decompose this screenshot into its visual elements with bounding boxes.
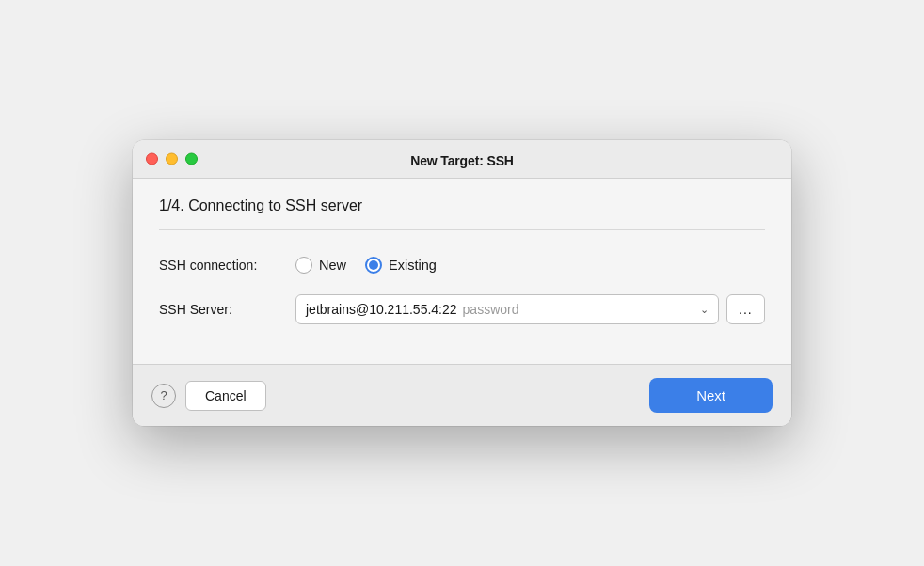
server-row: jetbrains@10.211.55.4:22 password ⌄ ... (295, 294, 765, 324)
window-title: New Target: SSH (410, 153, 514, 168)
next-button[interactable]: Next (649, 378, 773, 413)
server-dropdown[interactable]: jetbrains@10.211.55.4:22 password ⌄ (295, 294, 719, 324)
radio-new-indicator (295, 257, 312, 274)
dialog-content: 1/4. Connecting to SSH server SSH connec… (133, 179, 791, 364)
ssh-connection-label: SSH connection: (159, 258, 295, 273)
minimize-button[interactable] (166, 153, 178, 165)
server-value: jetbrains@10.211.55.4:22 (306, 302, 457, 317)
cancel-button[interactable]: Cancel (185, 381, 266, 411)
help-button[interactable]: ? (151, 384, 176, 408)
chevron-down-icon: ⌄ (700, 304, 709, 316)
ssh-server-row: SSH Server: jetbrains@10.211.55.4:22 pas… (159, 294, 765, 324)
radio-existing-indicator (365, 257, 382, 274)
server-auth-type: password (463, 302, 519, 317)
step-label: 1/4. Connecting to SSH server (159, 197, 765, 230)
maximize-button[interactable] (185, 153, 198, 165)
ellipsis-button[interactable]: ... (726, 294, 765, 324)
close-button[interactable] (146, 153, 158, 165)
footer-left: ? Cancel (151, 381, 266, 411)
radio-option-existing[interactable]: Existing (365, 257, 437, 274)
ssh-connection-row: SSH connection: New Existing (159, 257, 765, 274)
dropdown-left: jetbrains@10.211.55.4:22 password (306, 302, 518, 317)
ssh-server-label: SSH Server: (159, 302, 295, 317)
traffic-lights (146, 153, 198, 165)
radio-option-new[interactable]: New (295, 257, 346, 274)
radio-new-label: New (319, 258, 346, 273)
dialog-footer: ? Cancel Next (133, 364, 791, 426)
title-bar: New Target: SSH (133, 140, 791, 179)
dialog-window: New Target: SSH 1/4. Connecting to SSH s… (133, 140, 791, 426)
ssh-connection-radio-group: New Existing (295, 257, 437, 274)
radio-existing-label: Existing (389, 258, 437, 273)
